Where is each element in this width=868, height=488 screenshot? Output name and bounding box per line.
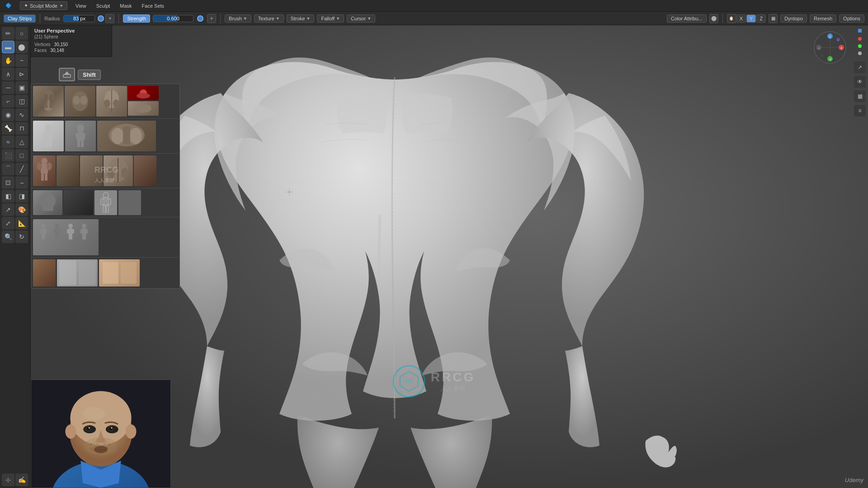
- ref-muscular-4[interactable]: [104, 155, 133, 186]
- ref-img-2[interactable]: [65, 86, 95, 117]
- axis-y-btn[interactable]: Y: [746, 14, 756, 23]
- tool-flatten[interactable]: ─: [2, 81, 14, 94]
- tool-boundary[interactable]: ⊓: [15, 122, 28, 135]
- mode-label: Sculpt Mode: [30, 3, 57, 9]
- ref-char-3[interactable]: [99, 259, 140, 286]
- strength-btn[interactable]: Strength: [123, 14, 150, 23]
- tool-grab[interactable]: ✋: [2, 54, 14, 67]
- cursor-dropdown[interactable]: Cursor ▼: [347, 14, 375, 23]
- ref-figure-multi[interactable]: [33, 219, 99, 255]
- dyntopo-btn[interactable]: Dyntopo: [780, 14, 807, 23]
- tool-simplify[interactable]: △: [15, 136, 28, 148]
- tool-zoom[interactable]: 🔍: [2, 230, 14, 243]
- right-tool-3[interactable]: ▦: [854, 90, 866, 102]
- ref-muscular-5[interactable]: [134, 155, 156, 186]
- ref-small-1[interactable]: [33, 121, 64, 151]
- tool-annotate[interactable]: ✍: [15, 474, 28, 486]
- tool-smooth[interactable]: ○: [15, 27, 28, 40]
- mode-selector[interactable]: ✦ Sculpt Mode ▼: [20, 1, 67, 10]
- svg-point-68: [82, 224, 86, 228]
- ref-char-2[interactable]: [57, 259, 98, 286]
- right-tool-1[interactable]: ↗: [854, 61, 866, 73]
- ref-img-1[interactable]: [33, 86, 64, 117]
- clay-strips-brush[interactable]: Clay Strips: [4, 14, 36, 23]
- color-attr-btn[interactable]: Color Attribu...: [667, 14, 707, 23]
- axis-x-btn[interactable]: X: [736, 14, 746, 23]
- svg-point-8: [80, 96, 87, 105]
- texture-dropdown[interactable]: Texture ▼: [254, 14, 284, 23]
- tool-lasso-mask[interactable]: ⌒: [2, 163, 14, 175]
- falloff-dropdown[interactable]: Falloff ▼: [317, 14, 344, 23]
- tool-inflate[interactable]: ⬤: [15, 41, 28, 53]
- menu-sculpt[interactable]: Sculpt: [94, 2, 112, 9]
- tool-move[interactable]: ⊹: [2, 474, 14, 486]
- strength-slider[interactable]: 0.600: [153, 15, 193, 22]
- axis-z-btn[interactable]: Z: [756, 14, 766, 23]
- tool-measure[interactable]: 📐: [15, 217, 28, 230]
- radius-add-btn[interactable]: +: [105, 14, 114, 23]
- ref-muscular-2[interactable]: [57, 155, 79, 186]
- tool-crease[interactable]: ∧: [2, 68, 14, 80]
- tool-box-mask[interactable]: □: [15, 149, 28, 162]
- tool-mask[interactable]: ⬛: [2, 149, 14, 162]
- axis-mirror-icon[interactable]: 🪞: [727, 14, 736, 23]
- tool-box-face-set[interactable]: ◨: [15, 190, 28, 202]
- ref-img-4[interactable]: [128, 86, 159, 100]
- tool-transform[interactable]: ⤢: [2, 217, 14, 230]
- ref-char-1[interactable]: [33, 259, 56, 286]
- vertices-value: 30,150: [54, 42, 68, 47]
- menu-mask[interactable]: Mask: [118, 2, 133, 9]
- tool-draw[interactable]: ✏: [2, 27, 14, 40]
- reference-section-6: [31, 257, 179, 288]
- svg-rect-71: [85, 229, 88, 234]
- texture-label: Texture: [258, 16, 274, 21]
- ref-muscular-3[interactable]: [80, 155, 103, 186]
- brush-dropdown[interactable]: Brush ▼: [225, 14, 251, 23]
- right-tool-2[interactable]: 👁: [854, 76, 866, 88]
- grid-icon[interactable]: ▦: [769, 14, 778, 23]
- ref-row-5: [33, 219, 178, 255]
- tool-box-trim[interactable]: ⊡: [2, 176, 14, 189]
- ref-bw-1[interactable]: [33, 190, 62, 215]
- tool-fill[interactable]: ▣: [15, 81, 28, 94]
- ref-xray-2[interactable]: [118, 190, 141, 215]
- ref-xray-1[interactable]: [94, 190, 117, 215]
- tool-face-set[interactable]: ◧: [2, 190, 14, 202]
- options-btn[interactable]: Options: [839, 14, 864, 23]
- ref-wide-img[interactable]: [97, 121, 156, 151]
- svg-point-133: [104, 444, 105, 445]
- navigation-gizmo[interactable]: Y -Y X -X Z: [812, 29, 848, 66]
- menu-face-sets[interactable]: Face Sets: [140, 2, 166, 9]
- ref-row-4: [33, 190, 178, 215]
- ref-img-5[interactable]: [128, 101, 159, 116]
- radius-slider[interactable]: 83 px: [63, 15, 95, 22]
- color-circle[interactable]: ⬤: [709, 14, 718, 23]
- tool-elastic[interactable]: ∿: [15, 108, 28, 121]
- tool-cloth[interactable]: ≈: [2, 136, 14, 148]
- ref-img-3[interactable]: [96, 86, 127, 117]
- tool-line-mask[interactable]: ╱: [15, 163, 28, 175]
- tool-snake-hook[interactable]: ~: [15, 54, 28, 67]
- blender-logo[interactable]: 🔷: [4, 2, 14, 9]
- tool-multi-plane[interactable]: ◫: [15, 95, 28, 108]
- tool-lasso-trim[interactable]: ⌢: [15, 176, 28, 189]
- ref-small-2[interactable]: [65, 121, 96, 151]
- stroke-dropdown[interactable]: Stroke ▼: [287, 14, 315, 23]
- svg-text:Z: Z: [837, 39, 839, 42]
- menu-view[interactable]: View: [74, 2, 88, 9]
- tool-blob[interactable]: ◉: [2, 108, 14, 121]
- svg-point-124: [95, 446, 96, 447]
- ref-dark-1[interactable]: [64, 190, 93, 215]
- remesh-btn[interactable]: Remesh: [810, 14, 836, 23]
- ref-muscular-1[interactable]: [33, 155, 56, 186]
- tool-clay-strips[interactable]: ▬: [2, 41, 14, 53]
- tool-scrape[interactable]: ⌐: [2, 95, 14, 108]
- tool-color[interactable]: 🎨: [15, 203, 28, 216]
- svg-point-29: [111, 128, 124, 144]
- tool-rotate[interactable]: ↻: [15, 230, 28, 243]
- tool-pose[interactable]: 🦴: [2, 122, 14, 135]
- strength-add-btn[interactable]: +: [207, 14, 216, 23]
- right-tool-4[interactable]: ≡: [854, 105, 866, 117]
- tool-pinch[interactable]: ⊳: [15, 68, 28, 80]
- tool-smear[interactable]: ↗: [2, 203, 14, 216]
